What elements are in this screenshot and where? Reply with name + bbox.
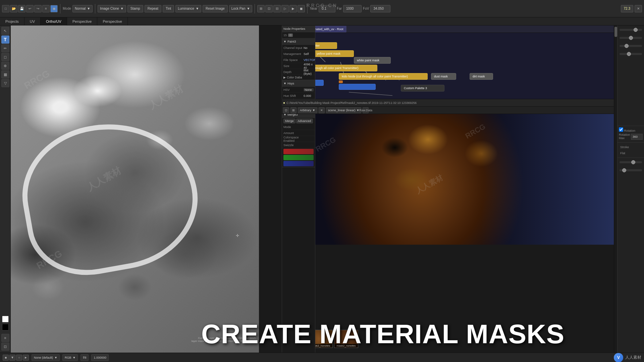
status-icon-2[interactable]: ▼ <box>9 355 15 361</box>
file-icon: ● <box>283 101 285 105</box>
color-fg[interactable] <box>2 316 9 322</box>
fov-value[interactable]: 34.050 <box>370 5 390 12</box>
camera-icon[interactable]: ⊡ <box>1 343 9 351</box>
blue-node-2[interactable] <box>339 84 376 90</box>
eraser-tool[interactable]: ◻ <box>1 53 9 61</box>
eye-socket <box>381 137 408 158</box>
view2-icon[interactable]: ⊡ <box>265 5 273 12</box>
slider-track-5[interactable] <box>620 161 642 163</box>
colorspace-select[interactable]: RGB ▼ <box>62 354 78 361</box>
img-btn-1[interactable]: ⊡ <box>283 107 289 113</box>
slider-thumb-5[interactable] <box>631 160 635 164</box>
thumbnail-3[interactable]: mask2_nonotes <box>334 330 358 348</box>
advanced-btn[interactable]: Advanced <box>296 119 313 123</box>
slider-thumb-4[interactable] <box>627 52 631 56</box>
rotation-max-input[interactable] <box>631 134 643 140</box>
save-icon[interactable]: 💾 <box>18 5 25 12</box>
view6-icon[interactable]: ◼ <box>298 5 305 12</box>
open-icon[interactable]: 📂 <box>10 5 17 12</box>
slider-thumb-2[interactable] <box>629 36 633 40</box>
img-btn-2[interactable]: ⊠ <box>290 107 297 113</box>
status-icon-1[interactable]: ■ <box>3 355 9 361</box>
far-label: Far <box>337 7 342 10</box>
clone-tool[interactable]: ⊕ <box>1 62 9 70</box>
v-scrollbar[interactable] <box>614 25 618 353</box>
view3-icon[interactable]: ⊟ <box>273 5 281 12</box>
sep1 <box>60 4 60 13</box>
arbitrary-dropdown[interactable]: Arbitrary ▼ <box>298 107 317 113</box>
swizzle-r <box>283 149 314 154</box>
file-path-text: C:/Work/YouTube/Building Mask Project/Re… <box>286 101 417 105</box>
raw-data-btn[interactable]: Raw.Data <box>363 107 369 113</box>
slider-track-4[interactable] <box>620 53 642 55</box>
node-graph: Node Graph decimated_with_uv - Root <box>282 25 614 99</box>
status-icon-4[interactable]: ► <box>23 355 29 361</box>
select-tool[interactable]: ↖ <box>1 27 9 35</box>
slider-track-2[interactable] <box>620 37 642 39</box>
paint3-title: Paint3 <box>287 40 296 43</box>
far-value[interactable]: 1000 <box>343 5 362 12</box>
brush-tool[interactable]: ✏ <box>1 44 9 52</box>
node-dirt-mask[interactable]: dirt mask <box>470 73 493 80</box>
tab-perspective1[interactable]: Perspective <box>67 17 97 25</box>
near-value[interactable]: 0.1 <box>319 5 335 12</box>
reset-image-btn[interactable]: Reset Image <box>203 5 228 12</box>
view5-icon[interactable]: ▶ <box>289 5 297 12</box>
fill-tool[interactable]: ▽ <box>1 79 9 87</box>
tab-uv[interactable]: UV <box>24 17 41 25</box>
zoom-display[interactable]: 1.000000 <box>91 354 109 361</box>
rotation-checkbox[interactable] <box>619 127 623 132</box>
color-bg[interactable] <box>2 324 9 330</box>
node-white-paint[interactable]: white paint mask <box>354 57 391 64</box>
color-data-row[interactable]: ▶ Color Daba <box>282 75 315 80</box>
slider-track-1[interactable] <box>620 29 642 31</box>
close-icon[interactable]: ✕ <box>635 5 642 12</box>
layers-icon[interactable]: ≡ <box>1 334 9 342</box>
top-toolbar: □ 📂 💾 ↩ ↪ ≡ ◉ Mode Normal ▼ Image Clone … <box>0 0 644 17</box>
node-custom-palette[interactable]: Custom Palette 3 <box>401 85 444 92</box>
node-props-header: Node Properties <box>282 25 315 32</box>
slider-track-3[interactable] <box>620 45 642 47</box>
canvas-background <box>11 25 259 353</box>
brush-dropdown[interactable]: None (default) ▼ <box>32 354 60 361</box>
status-icon-3[interactable]: ○ <box>16 355 22 361</box>
merge-amount-row: Amount <box>282 130 315 136</box>
slider-track-6[interactable] <box>620 169 642 171</box>
paint3-header[interactable]: ▼ Paint3 <box>282 38 315 45</box>
mode-label: Mode <box>63 7 71 10</box>
slider-4 <box>618 50 643 58</box>
tint-btn[interactable]: Tint <box>163 5 174 12</box>
slider-thumb-3[interactable] <box>625 44 629 48</box>
hsys-header[interactable]: ▼ Hsys <box>282 80 315 87</box>
img-btn-3[interactable]: ✕ <box>319 107 325 113</box>
colorspace-dropdown[interactable]: scene_linear (linear) ▼ <box>326 107 361 113</box>
repeat-btn[interactable]: Repeat <box>145 5 161 12</box>
redo-icon[interactable]: ↪ <box>34 5 42 12</box>
near-label: Near <box>310 7 317 10</box>
settings-icon[interactable]: ◉ <box>50 5 58 12</box>
slider-thumb-1[interactable] <box>634 28 638 32</box>
sep2 <box>95 4 95 13</box>
text-tool[interactable]: T <box>1 36 9 44</box>
node-yellow-paint[interactable]: yellow paint mask <box>314 50 354 57</box>
undo-icon[interactable]: ↩ <box>26 5 34 12</box>
image-clone-dropdown[interactable]: Image Clone ▼ <box>98 5 126 12</box>
tab-projects[interactable]: Projects <box>0 17 24 25</box>
node-id-badge: ⚙ <box>288 34 293 37</box>
tab-orthouv[interactable]: Ortho/UV <box>41 17 67 25</box>
gradient-tool[interactable]: ▦ <box>1 70 9 78</box>
luminance-dropdown[interactable]: Luminance ▼ <box>175 5 201 12</box>
slider-thumb-6[interactable] <box>622 168 626 172</box>
view4-icon[interactable]: ▷ <box>281 5 289 12</box>
node-dust-mask[interactable]: dust mask <box>431 73 456 80</box>
layers-icon[interactable]: ≡ <box>42 5 50 12</box>
lock-pan-dropdown[interactable]: Lock Pan ▼ <box>229 5 253 12</box>
node-kido-2[interactable]: kido Node (cut through all color paint T… <box>339 73 428 80</box>
stamp-btn[interactable]: Stamp <box>127 5 143 12</box>
new-icon[interactable]: □ <box>2 5 9 12</box>
view1-icon[interactable]: ⊞ <box>257 5 265 12</box>
stroke-label-row: Stroke <box>619 144 643 150</box>
merge-btn[interactable]: Merge <box>283 119 296 123</box>
tab-perspective2[interactable]: Perspective <box>97 17 127 25</box>
mode-dropdown[interactable]: Normal ▼ <box>72 5 93 12</box>
